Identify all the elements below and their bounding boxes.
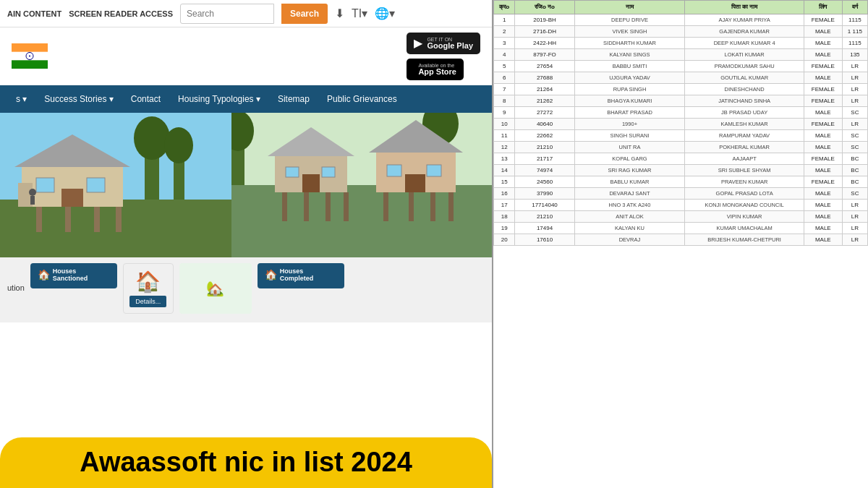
table-cell: 27688 [515, 72, 574, 84]
table-cell: LR [842, 72, 867, 84]
table-cell: 2 [494, 26, 515, 38]
table-container[interactable]: क्रo रजिo नo नाम पिता का नाम लिंग वर्ग 1… [493, 0, 868, 488]
svg-rect-33 [302, 174, 320, 192]
nav-item-contact[interactable]: Contact [122, 85, 169, 113]
table-cell: KOPAL GARG [574, 153, 685, 165]
text-size-icon[interactable]: TI▾ [352, 7, 367, 20]
table-cell: 37990 [515, 188, 574, 200]
table-cell: UNIT RA [574, 142, 685, 153]
table-cell: 2716-DH [515, 26, 574, 38]
table-row: 1122662SINGH SURANIRAMPURAM YADAVMALESC [494, 130, 868, 142]
table-cell: KUMAR UMACHALAM [685, 223, 804, 234]
table-row: 627688UJGURA YADAVGOUTILAL KUMARMALELR [494, 72, 868, 84]
nav-screen-reader[interactable]: SCREEN READER ACCESS [69, 9, 173, 18]
table-cell: MALE [804, 223, 842, 234]
nav-item-success[interactable]: Success Stories ▾ [35, 85, 122, 113]
table-cell: FEMALE [804, 153, 842, 165]
search-input[interactable] [180, 4, 274, 24]
table-cell: HNO 3 ATK A240 [574, 200, 685, 211]
table-cell: DEEP KUMAR KUMAR 4 [685, 38, 804, 49]
table-cell: LOKATI KUMAR [685, 49, 804, 61]
table-cell: FEMALE [804, 14, 842, 26]
houses-sanctioned-card: 🏠 Houses Sanctioned [30, 263, 117, 288]
table-cell: LR [842, 95, 867, 107]
header-name: नाम [574, 1, 685, 14]
table-cell: BHAGYA KUMARI [574, 95, 685, 107]
nav-item-sitemap[interactable]: Sitemap [269, 85, 318, 113]
table-cell: KONJI MONGKANAD COUNCIL [685, 200, 804, 211]
svg-rect-34 [282, 192, 287, 221]
nav-item-label: Sitemap [278, 94, 310, 104]
table-cell: 21717 [515, 153, 574, 165]
table-row: 12019-BHDEEPU DRIVEAJAY KUMAR PRIYAFEMAL… [494, 14, 868, 26]
nav-item-home[interactable]: s ▾ [7, 85, 35, 113]
table-cell: BRIJESH KUMAR-CHETPURI [685, 234, 804, 246]
table-cell: BC [842, 165, 867, 176]
table-row: 22716-DHVIVEK SINGHGAJENDRA KUMARMALE1 1… [494, 26, 868, 38]
home-icon: 🏠 [135, 270, 161, 294]
solution-label: ution [7, 283, 25, 292]
app-store-label: App Store [418, 68, 456, 76]
table-cell: 2019-BH [515, 14, 574, 26]
nav-item-grievances[interactable]: Public Grievances [318, 85, 406, 113]
table-cell: 11 [494, 130, 515, 142]
table-cell: LR [842, 61, 867, 72]
table-cell: 10 [494, 119, 515, 130]
table-cell: UJGURA YADAV [574, 72, 685, 84]
language-icon[interactable]: 🌐▾ [375, 7, 395, 20]
table-row: 927272BHARAT PRASADJB PRASAD UDAYMALESC [494, 107, 868, 119]
android-badge[interactable]: ▶ GET IT ON Google Play [407, 33, 480, 54]
table-cell: MALE [804, 38, 842, 49]
nav-main-content[interactable]: AIN CONTENT [7, 9, 61, 18]
table-cell: LR [842, 211, 867, 223]
table-cell: DINESHCHAND [685, 84, 804, 95]
svg-point-10 [164, 127, 193, 163]
svg-rect-2 [12, 60, 48, 69]
svg-rect-14 [87, 178, 105, 192]
svg-rect-13 [36, 178, 54, 192]
table-row: 1221210UNIT RAPOKHERAL KUMARMALESC [494, 142, 868, 153]
table-cell: 6 [494, 72, 515, 84]
table-row: 721264RUPA SINGHDINESHCHANDFEMALELR [494, 84, 868, 95]
header-reg: रजिo नo [515, 1, 574, 14]
table-cell: PRAMODKUMAR SAHU [685, 61, 804, 72]
header-father: पिता का नाम [685, 1, 804, 14]
table-cell: 17 [494, 200, 515, 211]
download-icon[interactable]: ⬇ [335, 7, 344, 20]
table-cell: ANIT ALOK [574, 211, 685, 223]
table-cell: 5 [494, 61, 515, 72]
table-cell: 19 [494, 223, 515, 234]
ios-badge[interactable]: Available on the App Store [407, 59, 464, 80]
table-cell: GOUTILAL KUMAR [685, 72, 804, 84]
bottom-banner: Awaassoft nic in list 2024 [0, 437, 492, 488]
completed-icon: 🏠 [265, 269, 277, 281]
table-cell: 14 [494, 165, 515, 176]
table-row: 1524560BABLU KUMARPRAVEEN KUMARFEMALEBC [494, 176, 868, 188]
hero-section [0, 113, 492, 257]
app-badges-container: ▶ GET IT ON Google Play Available on the… [407, 33, 480, 80]
table-cell: KALYANI SINGS [574, 49, 685, 61]
table-cell: 1115 [842, 38, 867, 49]
table-cell: BC [842, 153, 867, 165]
table-cell: MALE [804, 26, 842, 38]
table-cell: BHARAT PRASAD [574, 107, 685, 119]
svg-point-4 [29, 56, 30, 57]
header-gender: लिंग [804, 1, 842, 14]
table-cell: DEVARAJ SANT [574, 188, 685, 200]
search-button[interactable]: Search [281, 4, 328, 24]
app-store-text: Available on the App Store [418, 63, 456, 76]
table-cell: LR [842, 234, 867, 246]
table-cell: FEMALE [804, 95, 842, 107]
header-row: क्रo रजिo नo नाम पिता का नाम लिंग वर्ग [494, 1, 868, 14]
svg-rect-16 [36, 207, 42, 232]
table-cell: 12 [494, 142, 515, 153]
home-icon-card[interactable]: 🏠 Details... [123, 263, 174, 314]
svg-rect-31 [286, 167, 299, 177]
nav-item-housing[interactable]: Housing Typologies ▾ [169, 85, 269, 113]
completed-label: Houses Completed [280, 267, 337, 282]
table-cell: 24560 [515, 176, 574, 188]
details-button[interactable]: Details... [129, 296, 166, 307]
left-panel: AIN CONTENT SCREEN READER ACCESS Search … [0, 0, 492, 488]
table-cell: MALE [804, 72, 842, 84]
table-cell: 1 115 [842, 26, 867, 38]
